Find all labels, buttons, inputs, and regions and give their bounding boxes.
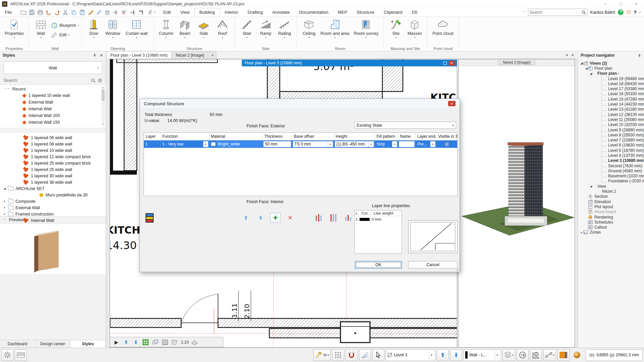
style-item[interactable]: 1 layered 25 wide compact brick (0, 160, 106, 166)
expander-icon[interactable]: ◢ (589, 185, 593, 188)
navigator-level[interactable]: Level 8 (25930 mm) (580, 132, 644, 137)
style-item[interactable]: Muro predefinito da 30 (0, 192, 106, 198)
orbit-button[interactable] (517, 349, 529, 361)
wall-edit-button[interactable]: Edit▾ (51, 32, 79, 38)
menu-tab-drafting[interactable]: Drafting (243, 8, 268, 16)
style-item[interactable]: 1 layered 12 wide compact brick (0, 154, 106, 160)
select-mode-button[interactable] (372, 349, 384, 361)
tab-close-icon[interactable]: ✕ (571, 53, 574, 57)
layer-row-selected[interactable]: 1 1 - Very low▾ Bright_white 50 mm TS 0 … (144, 140, 457, 148)
layer-end-dropdown-icon[interactable]: ▾ (430, 141, 435, 147)
pen-icon[interactable] (95, 9, 103, 16)
navigator-zones[interactable]: ▸ 2 Zones (580, 230, 644, 235)
mdi-titlebar[interactable]: Floor plan - Level 3 (10680 mm) ✕ (242, 60, 457, 66)
col-material[interactable]: Material (209, 133, 263, 140)
navigator-floorplan-node[interactable]: ◢ Floor plan (580, 66, 644, 71)
expander-icon[interactable]: ▸ (3, 213, 7, 216)
ramp-button[interactable]: Ramp▾ (256, 18, 275, 40)
style-item[interactable]: 1 layered 25 wide wall (0, 166, 106, 173)
undo-icon[interactable] (45, 9, 52, 16)
menu-tab-building[interactable]: Building (194, 8, 220, 16)
height-dropdown-icon[interactable]: ▾ (369, 141, 374, 147)
pin-icon[interactable] (638, 54, 641, 57)
menu-tab-annotate[interactable]: Annotate (268, 8, 294, 16)
measure-icon[interactable]: +? (146, 9, 153, 16)
level-down-button[interactable]: ⬇ (450, 349, 462, 361)
hatch-display-icon[interactable] (161, 339, 169, 346)
pin-icon[interactable] (93, 53, 97, 57)
scale-value[interactable]: 1:10 (181, 340, 189, 345)
navigator-elevation[interactable]: Elevation (580, 199, 644, 204)
navigator-views-root[interactable]: ◢ Views (2) (580, 61, 644, 66)
navigator-floorplan-group[interactable]: ◢ Floor plan - (580, 71, 644, 76)
play-icon[interactable]: ▶ (113, 339, 120, 346)
navigator-section[interactable]: Section (580, 194, 644, 199)
col-function[interactable]: Function (161, 133, 209, 140)
layer-colors-icon[interactable] (145, 213, 154, 223)
menu-tab-view[interactable]: View (175, 8, 194, 16)
world-coords-button[interactable] (530, 349, 542, 361)
navigator-level[interactable]: Basement (1020 mm) (580, 174, 644, 179)
guide-lines-button[interactable] (359, 349, 371, 361)
style-folder[interactable]: ▸External Wall (0, 204, 106, 211)
navigator-mood-board[interactable]: Mood board (580, 209, 644, 215)
help-button[interactable]: ? (634, 9, 637, 15)
paste-icon[interactable] (78, 9, 86, 16)
style-folder[interactable]: ▸Composite (0, 198, 106, 204)
railing-button[interactable]: Railing▾ (275, 18, 294, 40)
col-height[interactable]: Height (334, 133, 375, 140)
settings-button[interactable] (1, 349, 13, 361)
navigator-level[interactable]: Ground (4580 mm) (580, 168, 644, 173)
navigator-level[interactable]: Level 7 (22880 mm) (580, 137, 644, 142)
menu-tab-clipboard[interactable]: Clipboard (379, 8, 407, 16)
maximize-button[interactable]: □ (613, 0, 629, 8)
grid-snap-button[interactable] (332, 349, 344, 361)
layer-selector[interactable]: Wall - L... ▾ (464, 349, 501, 361)
ribbon-collapse-icon[interactable]: ⌃ (522, 10, 525, 14)
state-dropdown[interactable]: Existing State▾ (354, 122, 456, 129)
function-dropdown-icon[interactable]: ▾ (203, 141, 208, 147)
tab-styles[interactable]: Styles (70, 340, 106, 348)
align-exterior-icon[interactable] (329, 214, 338, 222)
masses-button[interactable]: Masses▾ (405, 18, 424, 40)
roof-button[interactable]: Roof▾ (213, 18, 232, 40)
level-selector[interactable]: Level 3 ▾ (386, 349, 435, 361)
expander-icon[interactable]: ▸ (580, 231, 583, 234)
scale-list-icon[interactable] (171, 339, 178, 346)
recent-style-item[interactable]: Internal Wall 200 (0, 112, 106, 119)
navigator-rendering[interactable]: Rendering (580, 215, 644, 220)
navigator-level[interactable]: Level 16 (50330 mm) (580, 92, 644, 97)
properties-button[interactable]: Properties▾ (3, 18, 26, 40)
new-tab-button[interactable]: + (208, 51, 216, 59)
navigator-level[interactable]: Level 19 (59480 mm) (580, 76, 644, 81)
search-icon[interactable] (91, 78, 96, 83)
gear-icon[interactable] (98, 78, 102, 83)
thickness-input[interactable]: 50 mm (263, 141, 291, 147)
navigator-level[interactable]: Level 12 (38130 mm) (580, 112, 644, 117)
col-layer-end[interactable]: Layer end... (416, 133, 436, 140)
navigator-level[interactable]: Level 4 (13730 mm) (580, 153, 644, 158)
brush-icon[interactable] (87, 9, 94, 16)
cancel-button[interactable]: Cancel (408, 261, 458, 268)
beam-button[interactable]: Beam▾ (175, 18, 194, 40)
base-offset-input[interactable]: TS 0 mm (293, 141, 328, 147)
keyboard-button[interactable] (15, 349, 27, 361)
cut-icon[interactable] (62, 9, 69, 16)
move-layer-down-button[interactable]: ⬇ (255, 213, 266, 223)
col-base-offset[interactable]: Base offset (292, 133, 334, 140)
col-name[interactable]: Name (398, 133, 416, 140)
split-view-icon[interactable] (152, 339, 159, 346)
expander-icon[interactable]: ◢ (585, 67, 588, 70)
dialog-titlebar[interactable]: Compound Structure ✕ (140, 99, 460, 109)
expander-icon[interactable]: ◢ (589, 72, 593, 75)
navigator-level[interactable]: Level 14 (44230 mm) (580, 102, 644, 107)
recent-style-item[interactable]: External Wall (0, 99, 106, 106)
search-input[interactable] (530, 10, 582, 15)
style-item[interactable]: 1 layered 30 wide wall (0, 173, 106, 179)
hammer-3d-button[interactable]: 3D ▾ (313, 349, 331, 361)
door-button[interactable]: Door▾ (85, 18, 103, 40)
navigator-level[interactable]: Level 6 (19830 mm) (580, 143, 644, 148)
expander-icon[interactable]: ▸ (3, 200, 7, 203)
col-layer[interactable]: Layer (144, 133, 161, 140)
wall-t-join-icon[interactable] (120, 9, 128, 16)
